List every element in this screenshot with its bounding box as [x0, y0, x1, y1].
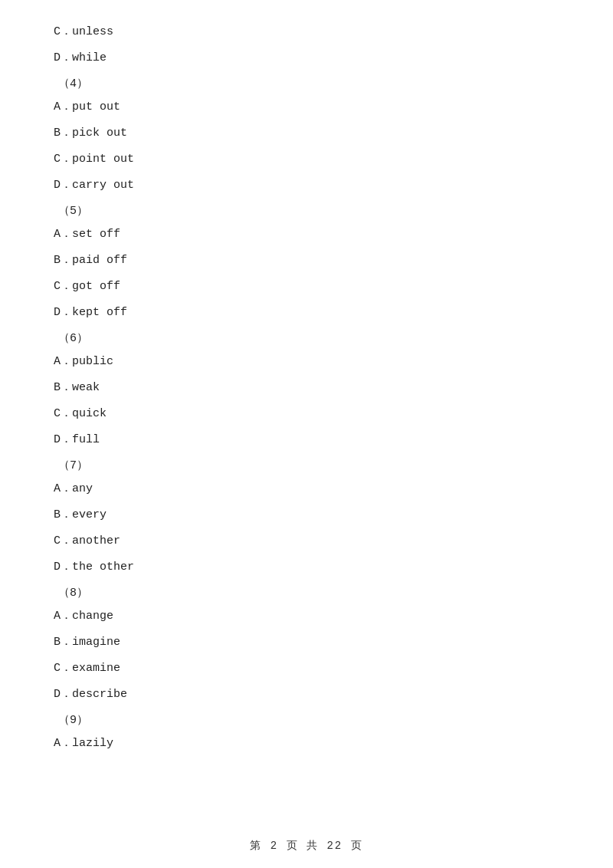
option-d-while: D．while: [54, 49, 559, 67]
option-d-full: D．full: [54, 431, 559, 449]
question-9: （9）: [54, 712, 559, 730]
option-b-pick-out: B．pick out: [54, 124, 559, 143]
option-a-public: A．public: [54, 353, 559, 371]
option-b-paid-off: B．paid off: [54, 252, 559, 270]
option-c-got-off: C．got off: [54, 278, 559, 296]
option-a-any: A．any: [54, 480, 559, 498]
option-d-describe: D．describe: [54, 686, 559, 704]
option-d-kept-off: D．kept off: [54, 304, 559, 322]
option-b-imagine: B．imagine: [54, 633, 559, 652]
question-7: （7）: [54, 457, 559, 475]
page-number: 第 2 页 共 22 页: [250, 840, 362, 852]
option-a-put-out: A．put out: [54, 98, 559, 117]
option-a-set-off: A．set off: [54, 225, 559, 244]
question-4: （4）: [54, 75, 559, 94]
option-c-examine: C．examine: [54, 659, 559, 678]
question-5: （5）: [54, 202, 559, 221]
main-content: C．unless D．while （4） A．put out B．pick ou…: [0, 0, 613, 807]
question-8: （8）: [54, 584, 559, 603]
page-footer: 第 2 页 共 22 页: [0, 839, 613, 853]
option-d-carry-out: D．carry out: [54, 176, 559, 195]
option-c-unless: C．unless: [54, 23, 559, 41]
option-c-point-out: C．point out: [54, 150, 559, 169]
option-a-lazily: A．lazily: [54, 735, 559, 753]
question-6: （6）: [54, 330, 559, 348]
option-d-the-other: D．the other: [54, 558, 559, 577]
option-b-weak: B．weak: [54, 379, 559, 397]
option-a-change: A．change: [54, 607, 559, 626]
option-c-another: C．another: [54, 532, 559, 551]
option-c-quick: C．quick: [54, 405, 559, 423]
option-b-every: B．every: [54, 506, 559, 524]
